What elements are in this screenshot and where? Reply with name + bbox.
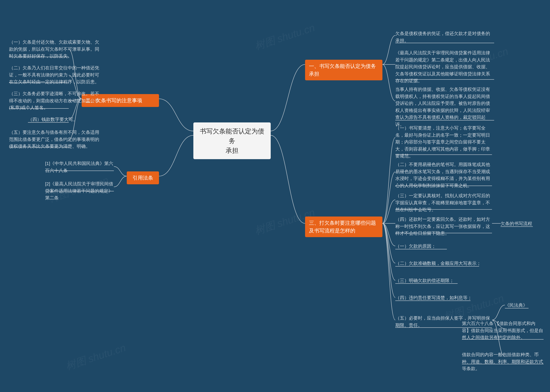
s2-leaf-3: （三）欠条务必要字迹清晰，不可涂改。若不得不改动的，则需由改动方在改动处加盖公章… [9, 90, 104, 111]
s3-leaf-6: （二）欠款准确数额，金额应用大写表示； [395, 260, 481, 267]
ref-leaf-1: [1]《中华人民共和国民法典》第六百六十八条 [45, 160, 114, 174]
s3-leaf-2: （二）不要用易褪色的笔书写。用圆珠笔或其他易褪色的墨水笔写欠条，当遇到保存不当受… [395, 161, 492, 189]
root-title-l2: 承担 [198, 146, 266, 155]
s3-leaf-4-sub: 欠条的书写流程 [501, 220, 532, 227]
s3-leaf-9-sub1: 《民法典》 [505, 302, 528, 309]
s3-leaf-7: （三）明确欠款的偿还期限； [395, 277, 454, 284]
s1-leaf-3: 当事人持有的借据、收据、欠条等债权凭证没有载明债权人，持有债权凭证的当事人提起民… [395, 86, 492, 128]
s3-leaf-1: （一）书写要清楚，注意大小写；名字要写全名，最好与身份证上的名字一致；一定要写明… [395, 125, 492, 160]
s3-leaf-9-sub3: 借款合同的内容一般包括借款种类、币种、用途、数额、利率、期限和还款方式等条款。 [462, 351, 543, 372]
s2-leaf-1: （一）欠条是付还欠物、欠款或索要欠物、欠款的凭据，所以在写欠条时不可潦草从事。同… [9, 39, 104, 60]
watermark: 树图 shutu.cn [253, 21, 317, 53]
s1-leaf-1: 欠条是债权债务的凭证，偿还欠款才是对债务的承担。 [395, 30, 492, 44]
watermark: 树图 shutu.cn [64, 341, 127, 373]
s1-leaf-2: 《最高人民法院关于审理民间借贷案件适用法律若干问题的规定》第二条规定，出借人向人… [395, 49, 492, 84]
s3-leaf-4: （四）还款时一定要索回欠条。还款时，如对方称一时找不到欠条，应让其写一张收据留存… [395, 216, 492, 237]
s2-leaf-5: （五）要注意欠条与借条有所不同，欠条适用范围比借条要更广泛，借条约定的事项表明的… [9, 129, 104, 150]
s3-leaf-8: （四）违约责任要写清楚，如利息等； [395, 294, 472, 301]
section-ref[interactable]: 引用法条 [127, 171, 159, 184]
s2-leaf-4: （四）钱款数字要大写。 [28, 116, 78, 123]
section-1[interactable]: 一、书写欠条能否认定为债务承担 [305, 60, 382, 80]
s3-leaf-3: （三）一定要认真核对。找别人或对方代写后的字据应认真审查，不能稀里糊涂地签字盖章… [395, 192, 492, 213]
s3-leaf-5: （一）欠款的原因； [395, 243, 436, 250]
s3-leaf-9-sub2: 第六百六十八条 【借款合同形式和内容】借款合同应当采用书面形式，但是自然人之间借… [462, 320, 543, 341]
ref-leaf-2: [2]《最高人民法院关于审理民间借贷案件适用法律若干问题的规定》第二条 [45, 180, 114, 202]
root-node[interactable]: 书写欠条能否认定为债务 承担 [193, 122, 271, 159]
section-3[interactable]: 三、打欠条时要注意哪些问题及书写流程是怎样的 [305, 217, 382, 237]
root-title-l1: 书写欠条能否认定为债务 [198, 126, 266, 146]
s2-leaf-2: （二）欠条乃人们在日常交往中的一种借还凭证，一般不具有法律的约束力，因此必要时可… [9, 64, 104, 85]
